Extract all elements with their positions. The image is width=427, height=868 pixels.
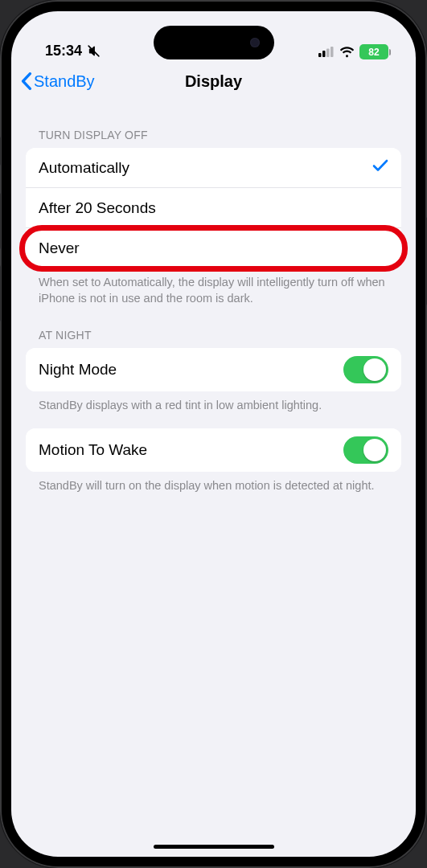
section-header-turn-off: TURN DISPLAY OFF xyxy=(26,129,401,141)
phone-frame: 15:34 82 StandBy xyxy=(0,0,427,868)
option-never[interactable]: Never xyxy=(26,228,401,268)
volume-up-button[interactable] xyxy=(0,193,1,249)
status-time: 15:34 xyxy=(45,43,82,59)
svg-rect-4 xyxy=(331,47,334,57)
turn-off-footer: When set to Automatically, the display w… xyxy=(26,268,401,306)
motion-wake-group: Motion To Wake xyxy=(26,428,401,472)
cellular-icon xyxy=(318,47,335,57)
option-automatically[interactable]: Automatically xyxy=(26,148,401,188)
checkmark-icon xyxy=(372,158,388,177)
night-mode-toggle[interactable] xyxy=(343,356,388,383)
wifi-icon xyxy=(339,47,355,58)
page-title: Display xyxy=(185,72,242,91)
svg-rect-3 xyxy=(326,49,330,58)
nav-bar: StandBy Display xyxy=(11,61,416,101)
section-header-at-night: AT NIGHT xyxy=(26,329,401,342)
svg-rect-2 xyxy=(322,51,326,57)
screen: 15:34 82 StandBy xyxy=(11,11,416,857)
motion-wake-footer: StandBy will turn on the display when mo… xyxy=(26,472,401,494)
battery-icon: 82 xyxy=(359,44,388,59)
back-button[interactable]: StandBy xyxy=(21,72,95,91)
night-mode-footer: StandBy displays with a red tint in low … xyxy=(26,391,401,414)
volume-down-button[interactable] xyxy=(0,265,1,321)
motion-wake-label: Motion To Wake xyxy=(39,441,147,459)
silent-icon xyxy=(87,44,101,58)
turn-off-group: Automatically After 20 Seconds Never xyxy=(26,148,401,268)
night-mode-label: Night Mode xyxy=(39,361,117,379)
motion-wake-row[interactable]: Motion To Wake xyxy=(26,428,401,472)
back-label: StandBy xyxy=(34,72,95,91)
motion-wake-toggle[interactable] xyxy=(343,436,388,464)
night-mode-row[interactable]: Night Mode xyxy=(26,348,401,391)
option-label: Never xyxy=(39,240,80,257)
dynamic-island xyxy=(154,26,274,59)
option-label: Automatically xyxy=(39,159,129,177)
option-label: After 20 Seconds xyxy=(39,199,156,217)
option-after-20-seconds[interactable]: After 20 Seconds xyxy=(26,188,401,228)
home-indicator[interactable] xyxy=(154,845,274,849)
mute-switch[interactable] xyxy=(0,137,1,166)
svg-rect-1 xyxy=(318,53,322,57)
night-mode-group: Night Mode xyxy=(26,348,401,391)
